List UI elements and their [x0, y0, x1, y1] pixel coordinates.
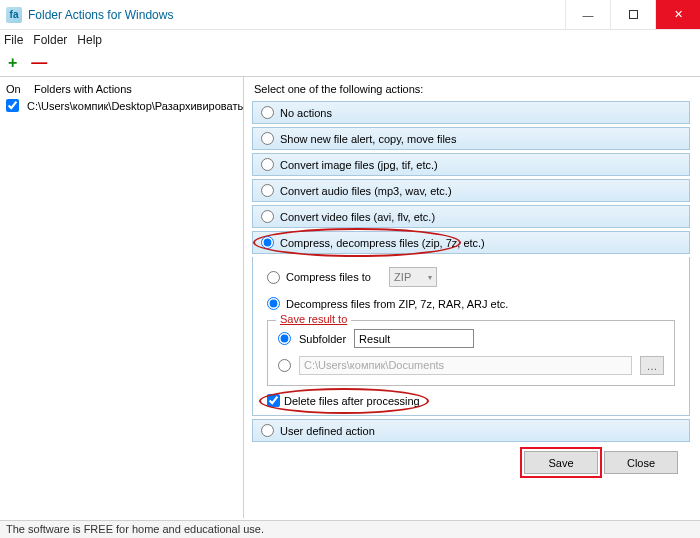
minimize-button[interactable]: — — [565, 0, 610, 29]
radio-compress-to[interactable] — [267, 271, 280, 284]
menu-folder[interactable]: Folder — [33, 33, 67, 47]
other-path-display: C:\Users\компик\Documents — [299, 356, 632, 375]
save-result-fieldset: Save result to Subfolder C:\Users\компик… — [267, 320, 675, 386]
radio-decompress[interactable] — [267, 297, 280, 310]
browse-button[interactable]: … — [640, 356, 664, 375]
delete-after-row: Delete files after processing — [267, 394, 675, 407]
radio-no-actions[interactable] — [261, 106, 274, 119]
toolbar: + — — [0, 50, 700, 76]
maximize-button[interactable] — [610, 0, 655, 29]
menubar: File Folder Help — [0, 30, 700, 50]
col-folders-header: Folders with Actions — [30, 81, 136, 97]
menu-help[interactable]: Help — [77, 33, 102, 47]
add-icon[interactable]: + — [8, 54, 17, 72]
option-compress[interactable]: Compress, decompress files (zip, 7z, etc… — [252, 231, 690, 254]
delete-after-label: Delete files after processing — [284, 395, 420, 407]
folder-row[interactable]: C:\Users\компик\Desktop\Разархивировать — [2, 97, 241, 114]
compress-format-combo[interactable]: ZIP ▾ — [389, 267, 437, 287]
radio-other-path[interactable] — [278, 359, 291, 372]
titlebar: fa Folder Actions for Windows — ✕ — [0, 0, 700, 30]
app-icon: fa — [6, 7, 22, 23]
compress-to-row: Compress files to ZIP ▾ — [267, 267, 675, 287]
radio-user-defined[interactable] — [261, 424, 274, 437]
radio-alert[interactable] — [261, 132, 274, 145]
remove-icon[interactable]: — — [31, 54, 47, 72]
subfolder-input[interactable] — [354, 329, 474, 348]
window-buttons: — ✕ — [565, 0, 700, 29]
folder-enabled-checkbox[interactable] — [6, 99, 19, 112]
option-label: Show new file alert, copy, move files — [280, 133, 456, 145]
folder-path: C:\Users\компик\Desktop\Разархивировать — [27, 100, 243, 112]
radio-image[interactable] — [261, 158, 274, 171]
option-label: Convert audio files (mp3, wav, etc.) — [280, 185, 452, 197]
decompress-row: Decompress files from ZIP, 7z, RAR, ARJ … — [267, 297, 675, 310]
option-label: Convert image files (jpg, tif, etc.) — [280, 159, 438, 171]
decompress-label: Decompress files from ZIP, 7z, RAR, ARJ … — [286, 298, 508, 310]
close-button[interactable]: Close — [604, 451, 678, 474]
option-audio[interactable]: Convert audio files (mp3, wav, etc.) — [252, 179, 690, 202]
radio-video[interactable] — [261, 210, 274, 223]
statusbar: The software is FREE for home and educat… — [0, 520, 700, 538]
option-label: No actions — [280, 107, 332, 119]
select-action-label: Select one of the following actions: — [252, 83, 690, 95]
dialog-buttons: Save Close — [252, 445, 690, 478]
combo-value: ZIP — [394, 271, 411, 283]
chevron-down-icon: ▾ — [428, 273, 432, 282]
option-user-defined[interactable]: User defined action — [252, 419, 690, 442]
save-button[interactable]: Save — [524, 451, 598, 474]
actions-pane: Select one of the following actions: No … — [244, 77, 700, 518]
close-window-button[interactable]: ✕ — [655, 0, 700, 29]
compress-to-label: Compress files to — [286, 271, 371, 283]
other-path-row: C:\Users\компик\Documents … — [278, 356, 664, 375]
menu-file[interactable]: File — [4, 33, 23, 47]
compress-detail-panel: Compress files to ZIP ▾ Decompress files… — [252, 257, 690, 416]
option-alert[interactable]: Show new file alert, copy, move files — [252, 127, 690, 150]
option-label: Convert video files (avi, flv, etc.) — [280, 211, 435, 223]
save-result-legend: Save result to — [276, 313, 351, 325]
radio-audio[interactable] — [261, 184, 274, 197]
radio-compress[interactable] — [261, 236, 274, 249]
option-label: Compress, decompress files (zip, 7z, etc… — [280, 237, 485, 249]
subfolder-row: Subfolder — [278, 329, 664, 348]
radio-subfolder[interactable] — [278, 332, 291, 345]
option-no-actions[interactable]: No actions — [252, 101, 690, 124]
folder-list-header: On Folders with Actions — [2, 81, 241, 97]
subfolder-label: Subfolder — [299, 333, 346, 345]
folder-list-pane: On Folders with Actions C:\Users\компик\… — [0, 77, 244, 518]
window-title: Folder Actions for Windows — [28, 8, 565, 22]
option-video[interactable]: Convert video files (avi, flv, etc.) — [252, 205, 690, 228]
option-label: User defined action — [280, 425, 375, 437]
col-on-header: On — [2, 81, 30, 97]
delete-after-checkbox[interactable] — [267, 394, 280, 407]
option-image[interactable]: Convert image files (jpg, tif, etc.) — [252, 153, 690, 176]
main-area: On Folders with Actions C:\Users\компик\… — [0, 76, 700, 518]
